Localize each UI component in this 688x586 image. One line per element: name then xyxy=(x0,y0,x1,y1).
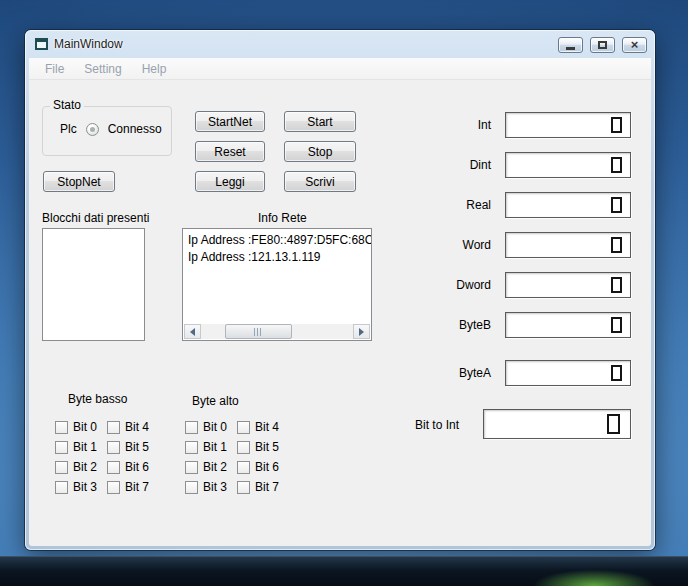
stop-button[interactable]: Stop xyxy=(284,141,356,162)
byte-alto-col1: Bit 0 Bit 1 Bit 2 Bit 3 xyxy=(185,417,227,497)
byte-alto-bit7-checkbox[interactable]: Bit 7 xyxy=(237,477,279,497)
desktop-background: MainWindow × File Setting Help Sta xyxy=(0,0,688,586)
checkbox-label: Bit 2 xyxy=(73,460,97,474)
close-icon: × xyxy=(631,38,639,51)
checkbox-icon xyxy=(55,461,68,474)
checkbox-icon xyxy=(185,481,198,494)
blocchi-label: Blocchi dati presenti xyxy=(42,211,149,225)
checkbox-label: Bit 4 xyxy=(125,420,149,434)
scroll-right-icon xyxy=(359,328,364,336)
stato-groupbox: Stato Plc Connesso xyxy=(42,106,172,156)
maximize-button[interactable] xyxy=(590,37,615,53)
word-label: Word xyxy=(429,238,491,252)
blocchi-listbox[interactable] xyxy=(42,228,145,341)
real-lcd: 0 xyxy=(505,192,631,218)
byte-basso-label: Byte basso xyxy=(68,392,127,406)
byte-alto-bit6-checkbox[interactable]: Bit 6 xyxy=(237,457,279,477)
bytea-lcd: 0 xyxy=(505,360,631,386)
checkbox-label: Bit 0 xyxy=(203,420,227,434)
scroll-right-button[interactable] xyxy=(353,324,370,339)
scroll-left-button[interactable] xyxy=(184,324,201,339)
taskbar[interactable] xyxy=(0,556,688,586)
checkbox-icon xyxy=(237,441,250,454)
byte-alto-bit0-checkbox[interactable]: Bit 0 xyxy=(185,417,227,437)
checkbox-icon xyxy=(55,421,68,434)
checkbox-label: Bit 3 xyxy=(203,480,227,494)
byte-alto-col2: Bit 4 Bit 5 Bit 6 Bit 7 xyxy=(237,417,279,497)
window-title: MainWindow xyxy=(54,37,123,51)
checkbox-icon xyxy=(107,441,120,454)
byte-basso-bit2-checkbox[interactable]: Bit 2 xyxy=(55,457,97,477)
stato-group-title: Stato xyxy=(50,98,84,112)
dint-value: 0 xyxy=(611,157,622,173)
minimize-button[interactable] xyxy=(558,37,583,53)
byte-basso-bit5-checkbox[interactable]: Bit 5 xyxy=(107,437,149,457)
horizontal-scrollbar[interactable] xyxy=(184,324,370,339)
bit-to-int-label: Bit to Int xyxy=(389,418,459,432)
checkbox-label: Bit 1 xyxy=(203,440,227,454)
scroll-left-icon xyxy=(190,328,195,336)
byte-alto-bit2-checkbox[interactable]: Bit 2 xyxy=(185,457,227,477)
checkbox-icon xyxy=(185,461,198,474)
connesso-radio[interactable] xyxy=(86,123,99,136)
menu-help[interactable]: Help xyxy=(132,59,177,79)
byteb-value: 0 xyxy=(611,317,622,333)
checkbox-icon xyxy=(107,481,120,494)
start-button[interactable]: Start xyxy=(284,111,356,132)
checkbox-label: Bit 5 xyxy=(125,440,149,454)
byte-alto-bit3-checkbox[interactable]: Bit 3 xyxy=(185,477,227,497)
bytea-label: ByteA xyxy=(429,366,491,380)
info-rete-line: Ip Address :121.13.1.119 xyxy=(188,249,366,266)
scrivi-button[interactable]: Scrivi xyxy=(284,171,356,192)
reset-button[interactable]: Reset xyxy=(195,141,265,162)
checkbox-label: Bit 0 xyxy=(73,420,97,434)
close-button[interactable]: × xyxy=(622,37,647,53)
app-icon xyxy=(35,38,48,50)
word-lcd: 0 xyxy=(505,232,631,258)
checkbox-icon xyxy=(237,421,250,434)
client-area: File Setting Help Stato Plc Connesso Sta… xyxy=(29,58,651,546)
connesso-label: Connesso xyxy=(108,122,162,136)
checkbox-icon xyxy=(185,441,198,454)
byte-basso-bit7-checkbox[interactable]: Bit 7 xyxy=(107,477,149,497)
word-value: 0 xyxy=(611,237,622,253)
scroll-thumb[interactable] xyxy=(225,324,292,339)
bit-to-int-lcd: 0 xyxy=(483,409,631,439)
checkbox-icon xyxy=(237,481,250,494)
byte-alto-bit1-checkbox[interactable]: Bit 1 xyxy=(185,437,227,457)
checkbox-icon xyxy=(107,461,120,474)
menu-file[interactable]: File xyxy=(35,59,74,79)
stopnet-button[interactable]: StopNet xyxy=(43,171,115,192)
checkbox-label: Bit 3 xyxy=(73,480,97,494)
minimize-icon xyxy=(566,47,575,50)
checkbox-icon xyxy=(55,441,68,454)
checkbox-label: Bit 4 xyxy=(255,420,279,434)
leggi-button[interactable]: Leggi xyxy=(195,171,265,192)
plc-status-row: Plc Connesso xyxy=(60,122,162,136)
byte-basso-bit6-checkbox[interactable]: Bit 6 xyxy=(107,457,149,477)
checkbox-icon xyxy=(55,481,68,494)
checkbox-label: Bit 1 xyxy=(73,440,97,454)
byte-basso-bit0-checkbox[interactable]: Bit 0 xyxy=(55,417,97,437)
byteb-label: ByteB xyxy=(429,318,491,332)
startnet-button[interactable]: StartNet xyxy=(195,111,265,132)
info-rete-listbox[interactable]: Ip Address :FE80::4897:D5FC:68C9:2 Ip Ad… xyxy=(182,228,372,341)
checkbox-label: Bit 2 xyxy=(203,460,227,474)
menu-setting[interactable]: Setting xyxy=(74,59,131,79)
caption-buttons: × xyxy=(558,37,647,53)
byte-alto-bit5-checkbox[interactable]: Bit 5 xyxy=(237,437,279,457)
byteb-lcd: 0 xyxy=(505,312,631,338)
dint-label: Dint xyxy=(429,158,491,172)
byte-basso-bit1-checkbox[interactable]: Bit 1 xyxy=(55,437,97,457)
byte-basso-bit4-checkbox[interactable]: Bit 4 xyxy=(107,417,149,437)
byte-alto-label: Byte alto xyxy=(192,394,239,408)
title-bar[interactable]: MainWindow × xyxy=(25,30,655,58)
scroll-track[interactable] xyxy=(201,324,353,339)
checkbox-label: Bit 6 xyxy=(255,460,279,474)
info-rete-label: Info Rete xyxy=(258,211,307,225)
menu-bar: File Setting Help xyxy=(29,58,651,80)
byte-alto-bit4-checkbox[interactable]: Bit 4 xyxy=(237,417,279,437)
checkbox-label: Bit 6 xyxy=(125,460,149,474)
bit-to-int-value: 0 xyxy=(607,414,620,434)
byte-basso-bit3-checkbox[interactable]: Bit 3 xyxy=(55,477,97,497)
